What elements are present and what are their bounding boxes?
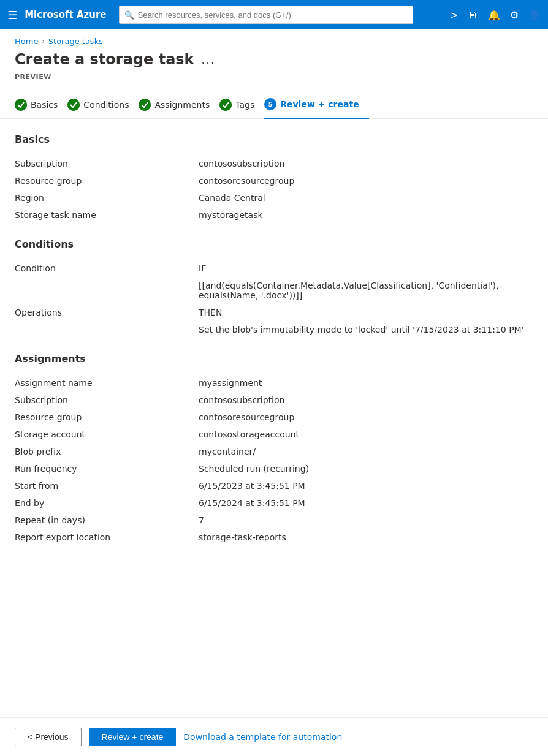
- tab-conditions[interactable]: Conditions: [67, 91, 139, 118]
- assignments-row-2: Resource group contosoresourcegroup: [15, 409, 533, 426]
- assignments-row-7: End by 6/15/2024 at 3:45:51 PM: [15, 494, 533, 512]
- conditions-row-0: Condition IF: [15, 260, 533, 277]
- settings-icon[interactable]: ⚙: [510, 9, 519, 21]
- conditions-value-0: IF: [199, 263, 533, 273]
- cloud-shell-icon[interactable]: >: [450, 9, 458, 21]
- step-check-conditions: [67, 99, 80, 111]
- assignments-row-4: Blob prefix mycontainer/: [15, 443, 533, 460]
- conditions-row-3: Set the blob's immutability mode to 'loc…: [15, 321, 533, 338]
- assignments-value-1: contososubscription: [199, 395, 533, 405]
- breadcrumb: Home › Storage tasks: [0, 29, 548, 48]
- page-header: Create a storage task ...: [0, 48, 548, 73]
- conditions-value-3: Set the blob's immutability mode to 'loc…: [199, 325, 533, 335]
- assignments-label-4: Blob prefix: [15, 447, 199, 456]
- breadcrumb-storage-tasks[interactable]: Storage tasks: [48, 37, 103, 46]
- conditions-row-1: [[and(equals(Container.Metadata.Value[Cl…: [15, 277, 533, 304]
- conditions-value-1: [[and(equals(Container.Metadata.Value[Cl…: [199, 281, 533, 300]
- basics-value-0: contososubscription: [199, 159, 533, 168]
- account-icon[interactable]: 👤: [528, 9, 541, 21]
- assignments-value-6: 6/15/2023 at 3:45:51 PM: [199, 481, 533, 491]
- step-num-review: 5: [264, 98, 276, 110]
- assignments-row-8: Repeat (in days) 7: [15, 512, 533, 529]
- assignments-title: Assignments: [15, 353, 533, 365]
- assignments-row-3: Storage account contosostorageaccount: [15, 426, 533, 443]
- svg-point-2: [139, 99, 151, 111]
- tab-review[interactable]: 5 Review + create: [264, 91, 368, 119]
- assignments-row-1: Subscription contososubscription: [15, 391, 533, 409]
- basics-row-3: Storage task name mystoragetask: [15, 206, 533, 224]
- step-check-tags: [219, 99, 232, 111]
- assignments-value-0: myassignment: [199, 378, 533, 388]
- assignments-label-0: Assignment name: [15, 378, 199, 388]
- basics-row-0: Subscription contososubscription: [15, 155, 533, 172]
- assignments-value-2: contosoresourcegroup: [199, 412, 533, 422]
- conditions-label-0: Condition: [15, 263, 199, 273]
- tab-tags-label: Tags: [235, 100, 254, 110]
- assignments-row-6: Start from 6/15/2023 at 3:45:51 PM: [15, 477, 533, 494]
- assignments-value-9: storage-task-reports: [199, 532, 533, 542]
- assignments-label-6: Start from: [15, 481, 199, 491]
- assignments-label-8: Repeat (in days): [15, 515, 199, 525]
- assignments-label-9: Report export location: [15, 532, 199, 542]
- breadcrumb-sep-1: ›: [42, 37, 44, 45]
- conditions-label-3: [15, 325, 199, 335]
- tab-conditions-label: Conditions: [83, 100, 129, 110]
- search-input[interactable]: [138, 10, 408, 20]
- step-check-assignments: [139, 99, 151, 111]
- conditions-title: Conditions: [15, 238, 533, 250]
- assignments-row-5: Run frequency Scheduled run (recurring): [15, 460, 533, 477]
- conditions-label-1: [15, 281, 199, 300]
- tab-assignments[interactable]: Assignments: [139, 91, 219, 118]
- page-title: Create a storage task: [15, 51, 194, 68]
- directory-icon[interactable]: 🗎: [468, 9, 478, 21]
- topnav-icons: > 🗎 🔔 ⚙ 👤: [450, 9, 541, 21]
- tab-review-label: Review + create: [280, 99, 359, 109]
- basics-row-2: Region Canada Central: [15, 189, 533, 206]
- assignments-label-5: Run frequency: [15, 464, 199, 474]
- tab-basics-label: Basics: [31, 100, 58, 110]
- basics-value-2: Canada Central: [199, 193, 533, 203]
- search-icon: 🔍: [124, 10, 134, 20]
- assignments-value-7: 6/15/2024 at 3:45:51 PM: [199, 498, 533, 508]
- menu-icon[interactable]: ☰: [7, 9, 17, 21]
- assignments-value-8: 7: [199, 515, 533, 525]
- step-check-basics: [15, 99, 27, 111]
- topnav: ☰ Microsoft Azure 🔍 > 🗎 🔔 ⚙ 👤: [0, 0, 548, 29]
- tab-basics[interactable]: Basics: [15, 91, 67, 118]
- basics-value-3: mystoragetask: [199, 210, 533, 220]
- basics-row-1: Resource group contosoresourcegroup: [15, 172, 533, 189]
- wizard-steps: Basics Conditions Assignments Tags 5 Rev…: [0, 91, 548, 119]
- conditions-label-2: Operations: [15, 308, 199, 317]
- basics-label-3: Storage task name: [15, 210, 199, 220]
- search-box[interactable]: 🔍: [119, 6, 413, 24]
- azure-logo: Microsoft Azure: [25, 9, 106, 20]
- assignments-value-5: Scheduled run (recurring): [199, 464, 533, 474]
- page-menu-dots[interactable]: ...: [202, 53, 216, 66]
- breadcrumb-home[interactable]: Home: [15, 37, 38, 46]
- assignments-row-9: Report export location storage-task-repo…: [15, 529, 533, 546]
- basics-label-1: Resource group: [15, 176, 199, 186]
- tab-assignments-label: Assignments: [154, 100, 210, 110]
- tab-tags[interactable]: Tags: [219, 91, 264, 118]
- notifications-icon[interactable]: 🔔: [488, 9, 500, 21]
- assignments-label-2: Resource group: [15, 412, 199, 422]
- assignments-label-3: Storage account: [15, 429, 199, 439]
- conditions-value-2: THEN: [199, 308, 533, 317]
- assignments-value-4: mycontainer/: [199, 447, 533, 456]
- assignments-row-0: Assignment name myassignment: [15, 374, 533, 391]
- svg-point-0: [15, 99, 27, 111]
- svg-point-1: [67, 99, 80, 111]
- assignments-label-7: End by: [15, 498, 199, 508]
- main-content: Basics Subscription contososubscription …: [0, 119, 548, 595]
- basics-label-2: Region: [15, 193, 199, 203]
- assignments-value-3: contosostorageaccount: [199, 429, 533, 439]
- basics-title: Basics: [15, 134, 533, 145]
- basics-label-0: Subscription: [15, 159, 199, 168]
- preview-badge: PREVIEW: [0, 73, 548, 91]
- conditions-row-2: Operations THEN: [15, 304, 533, 321]
- basics-value-1: contosoresourcegroup: [199, 176, 533, 186]
- svg-point-3: [219, 99, 232, 111]
- assignments-label-1: Subscription: [15, 395, 199, 405]
